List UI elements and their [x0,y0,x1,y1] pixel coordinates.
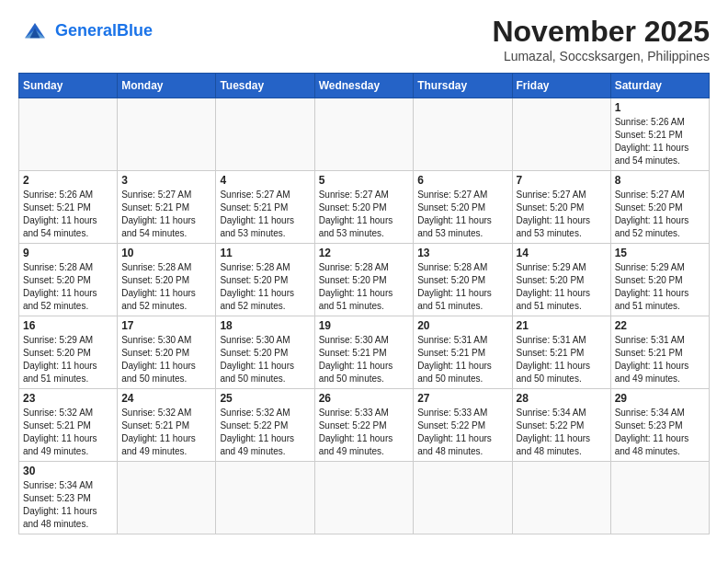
calendar-cell: 7Sunrise: 5:27 AM Sunset: 5:20 PM Daylig… [512,171,610,244]
day-info: Sunrise: 5:27 AM Sunset: 5:20 PM Dayligh… [517,189,607,240]
calendar-cell: 5Sunrise: 5:27 AM Sunset: 5:20 PM Daylig… [314,171,414,244]
calendar-week-row: 30Sunrise: 5:34 AM Sunset: 5:23 PM Dayli… [19,462,710,534]
calendar-cell: 24Sunrise: 5:32 AM Sunset: 5:21 PM Dayli… [118,389,216,462]
day-number: 13 [417,247,507,259]
day-number: 5 [319,174,410,187]
calendar-cell [19,98,118,171]
day-info: Sunrise: 5:32 AM Sunset: 5:21 PM Dayligh… [121,407,211,458]
calendar-week-row: 16Sunrise: 5:29 AM Sunset: 5:20 PM Dayli… [19,316,710,389]
day-info: Sunrise: 5:33 AM Sunset: 5:22 PM Dayligh… [417,407,507,458]
calendar-header: SundayMondayTuesdayWednesdayThursdayFrid… [19,74,710,98]
day-number: 2 [23,174,113,187]
title-area: November 2025 Lumazal, Soccsksargen, Phi… [492,15,710,63]
calendar-cell: 1Sunrise: 5:26 AM Sunset: 5:21 PM Daylig… [610,98,709,171]
day-number: 6 [417,174,507,187]
day-number: 24 [121,392,211,405]
day-info: Sunrise: 5:31 AM Sunset: 5:21 PM Dayligh… [615,334,705,385]
day-number: 8 [615,174,705,187]
day-number: 7 [517,174,607,187]
day-number: 28 [517,392,607,405]
day-number: 25 [220,392,310,405]
day-info: Sunrise: 5:34 AM Sunset: 5:23 PM Dayligh… [615,407,705,458]
calendar-cell: 21Sunrise: 5:31 AM Sunset: 5:21 PM Dayli… [512,316,610,389]
day-number: 14 [517,247,607,259]
day-number: 11 [220,247,310,259]
location-subtitle: Lumazal, Soccsksargen, Philippines [492,49,710,63]
calendar-cell [118,98,216,171]
day-info: Sunrise: 5:33 AM Sunset: 5:22 PM Dayligh… [319,407,410,458]
day-info: Sunrise: 5:27 AM Sunset: 5:20 PM Dayligh… [319,189,410,240]
logo-text: GeneralBlue [55,22,153,40]
day-info: Sunrise: 5:29 AM Sunset: 5:20 PM Dayligh… [23,334,113,385]
calendar-cell [414,98,512,171]
day-info: Sunrise: 5:29 AM Sunset: 5:20 PM Dayligh… [517,261,607,313]
calendar-cell [512,462,610,534]
calendar-cell: 6Sunrise: 5:27 AM Sunset: 5:20 PM Daylig… [414,171,512,244]
weekday-header-monday: Monday [118,74,216,98]
page-header: GeneralBlue November 2025 Lumazal, Soccs… [18,15,710,63]
day-info: Sunrise: 5:27 AM Sunset: 5:20 PM Dayligh… [615,189,705,240]
calendar-cell: 25Sunrise: 5:32 AM Sunset: 5:22 PM Dayli… [216,389,314,462]
day-number: 23 [23,392,113,405]
calendar-cell: 2Sunrise: 5:26 AM Sunset: 5:21 PM Daylig… [19,171,118,244]
day-info: Sunrise: 5:28 AM Sunset: 5:20 PM Dayligh… [319,261,410,313]
day-number: 29 [615,392,705,405]
logo-blue: Blue [117,21,153,40]
day-info: Sunrise: 5:28 AM Sunset: 5:20 PM Dayligh… [220,261,310,313]
calendar-cell [118,462,216,534]
calendar-cell: 3Sunrise: 5:27 AM Sunset: 5:21 PM Daylig… [118,171,216,244]
logo-icon [18,15,51,48]
day-number: 4 [220,174,310,187]
calendar-cell: 26Sunrise: 5:33 AM Sunset: 5:22 PM Dayli… [314,389,414,462]
calendar-cell: 30Sunrise: 5:34 AM Sunset: 5:23 PM Dayli… [19,462,118,534]
calendar-cell [314,462,414,534]
day-number: 16 [23,319,113,332]
calendar-cell: 4Sunrise: 5:27 AM Sunset: 5:21 PM Daylig… [216,171,314,244]
day-info: Sunrise: 5:30 AM Sunset: 5:21 PM Dayligh… [319,334,410,385]
calendar-cell: 28Sunrise: 5:34 AM Sunset: 5:22 PM Dayli… [512,389,610,462]
calendar-cell: 27Sunrise: 5:33 AM Sunset: 5:22 PM Dayli… [414,389,512,462]
calendar-body: 1Sunrise: 5:26 AM Sunset: 5:21 PM Daylig… [19,98,710,534]
calendar-cell: 13Sunrise: 5:28 AM Sunset: 5:20 PM Dayli… [414,244,512,316]
calendar-week-row: 1Sunrise: 5:26 AM Sunset: 5:21 PM Daylig… [19,98,710,171]
calendar-cell: 15Sunrise: 5:29 AM Sunset: 5:20 PM Dayli… [610,244,709,316]
calendar-cell [610,462,709,534]
calendar-week-row: 23Sunrise: 5:32 AM Sunset: 5:21 PM Dayli… [19,389,710,462]
month-title: November 2025 [492,15,710,49]
day-number: 18 [220,319,310,332]
day-number: 26 [319,392,410,405]
weekday-header-thursday: Thursday [414,74,512,98]
calendar-cell: 20Sunrise: 5:31 AM Sunset: 5:21 PM Dayli… [414,316,512,389]
day-number: 19 [319,319,410,332]
day-info: Sunrise: 5:34 AM Sunset: 5:23 PM Dayligh… [23,479,113,531]
day-info: Sunrise: 5:32 AM Sunset: 5:21 PM Dayligh… [23,407,113,458]
day-number: 3 [121,174,211,187]
day-info: Sunrise: 5:32 AM Sunset: 5:22 PM Dayligh… [220,407,310,458]
calendar-cell: 22Sunrise: 5:31 AM Sunset: 5:21 PM Dayli… [610,316,709,389]
logo: GeneralBlue [18,15,153,48]
day-info: Sunrise: 5:26 AM Sunset: 5:21 PM Dayligh… [615,116,705,167]
day-info: Sunrise: 5:27 AM Sunset: 5:20 PM Dayligh… [417,189,507,240]
weekday-header-tuesday: Tuesday [216,74,314,98]
calendar-cell: 18Sunrise: 5:30 AM Sunset: 5:20 PM Dayli… [216,316,314,389]
day-number: 12 [319,247,410,259]
day-number: 30 [23,465,113,477]
day-number: 1 [615,101,705,114]
calendar-cell: 14Sunrise: 5:29 AM Sunset: 5:20 PM Dayli… [512,244,610,316]
calendar-cell: 11Sunrise: 5:28 AM Sunset: 5:20 PM Dayli… [216,244,314,316]
day-info: Sunrise: 5:27 AM Sunset: 5:21 PM Dayligh… [220,189,310,240]
weekday-header-sunday: Sunday [19,74,118,98]
day-number: 17 [121,319,211,332]
calendar-cell: 29Sunrise: 5:34 AM Sunset: 5:23 PM Dayli… [610,389,709,462]
day-info: Sunrise: 5:27 AM Sunset: 5:21 PM Dayligh… [121,189,211,240]
calendar-cell: 10Sunrise: 5:28 AM Sunset: 5:20 PM Dayli… [118,244,216,316]
day-info: Sunrise: 5:28 AM Sunset: 5:20 PM Dayligh… [23,261,113,313]
day-number: 21 [517,319,607,332]
day-info: Sunrise: 5:30 AM Sunset: 5:20 PM Dayligh… [121,334,211,385]
weekday-header-saturday: Saturday [610,74,709,98]
day-info: Sunrise: 5:31 AM Sunset: 5:21 PM Dayligh… [517,334,607,385]
day-number: 15 [615,247,705,259]
calendar-week-row: 9Sunrise: 5:28 AM Sunset: 5:20 PM Daylig… [19,244,710,316]
weekday-header-friday: Friday [512,74,610,98]
calendar-cell: 19Sunrise: 5:30 AM Sunset: 5:21 PM Dayli… [314,316,414,389]
